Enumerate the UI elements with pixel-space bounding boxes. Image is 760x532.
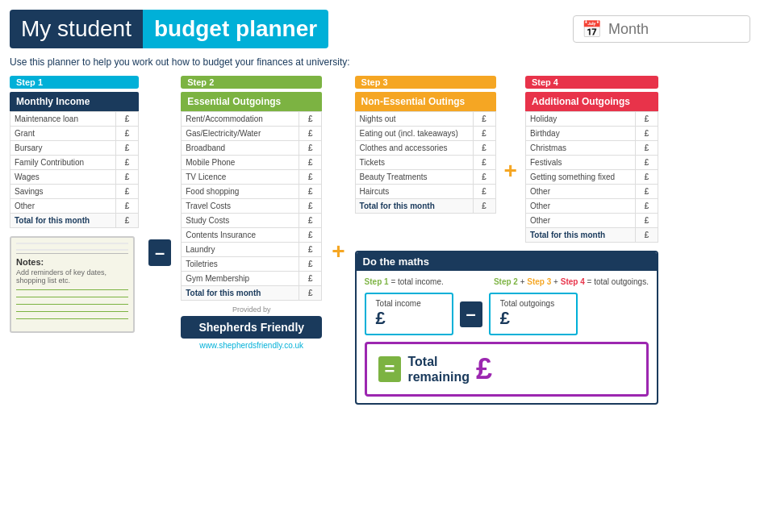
row-value[interactable]: £ xyxy=(299,286,322,301)
notes-line-1 xyxy=(16,289,128,290)
row-value[interactable]: £ xyxy=(635,127,658,141)
notes-line-3 xyxy=(16,304,128,305)
step1-badge: Step 1 xyxy=(10,76,139,89)
row-value[interactable]: £ xyxy=(116,170,139,185)
table-row: Contents Insurance£ xyxy=(182,228,322,243)
row-value[interactable]: £ xyxy=(299,199,322,214)
row-label: Family Contribution xyxy=(10,156,116,170)
table-row: Study Costs£ xyxy=(182,214,322,228)
total-outgoings-amount: £ xyxy=(500,308,566,329)
row-label: Getting something fixed xyxy=(525,170,635,185)
maths-plus-2: + xyxy=(553,277,561,286)
total-income-label: Total income xyxy=(376,299,442,308)
table-row: Travel Costs£ xyxy=(182,199,322,214)
row-label: Bursary xyxy=(10,141,116,156)
table-row: Gym Membership£ xyxy=(182,272,322,286)
row-value[interactable]: £ xyxy=(299,257,322,272)
table-row: Other£ xyxy=(525,199,658,214)
month-input-wrap[interactable]: 📅 xyxy=(573,15,750,43)
table-row: Other£ xyxy=(10,199,139,214)
notes-label: Notes: xyxy=(16,257,128,267)
row-value[interactable]: £ xyxy=(635,228,658,243)
row-label: Study Costs xyxy=(182,214,299,228)
row-label: Gas/Electricity/Water xyxy=(182,127,299,141)
step4-table: Holiday£Birthday£Christmas£Festivals£Get… xyxy=(525,111,658,243)
row-value[interactable]: £ xyxy=(635,141,658,156)
row-value[interactable]: £ xyxy=(635,214,658,228)
maths-desc-1-text: = total income. xyxy=(390,277,443,286)
row-value[interactable]: £ xyxy=(473,127,495,141)
row-label: Wages xyxy=(10,170,116,185)
table-row: Bursary£ xyxy=(10,141,139,156)
row-label: Laundry xyxy=(182,243,299,257)
row-value[interactable]: £ xyxy=(299,272,322,286)
row-value[interactable]: £ xyxy=(299,185,322,199)
row-value[interactable]: £ xyxy=(473,141,495,156)
row-label: Other xyxy=(525,185,635,199)
row-value[interactable]: £ xyxy=(299,170,322,185)
table-row: Other£ xyxy=(525,214,658,228)
row-value[interactable]: £ xyxy=(116,199,139,214)
row-value[interactable]: £ xyxy=(116,127,139,141)
table-row: Savings£ xyxy=(10,185,139,199)
row-value[interactable]: £ xyxy=(299,112,322,127)
table-row: Broadband£ xyxy=(182,141,322,156)
table-row: Grant£ xyxy=(10,127,139,141)
row-value[interactable]: £ xyxy=(116,214,139,228)
row-value[interactable]: £ xyxy=(473,199,495,214)
row-value[interactable]: £ xyxy=(299,228,322,243)
step3-ref: Step 3 xyxy=(527,277,551,286)
maths-plus-1: + xyxy=(520,277,528,286)
row-value[interactable]: £ xyxy=(635,199,658,214)
row-value[interactable]: £ xyxy=(299,141,322,156)
step3-col: Step 3 Non-Essential Outings Nights out£… xyxy=(355,76,496,214)
maths-section: Do the maths Step 1 = total income. Step… xyxy=(355,251,658,405)
total-income-box: Total income £ xyxy=(365,293,453,335)
row-value[interactable]: £ xyxy=(116,141,139,156)
row-value[interactable]: £ xyxy=(116,185,139,199)
row-value[interactable]: £ xyxy=(299,156,322,170)
subtitle: Use this planner to help you work out ho… xyxy=(10,56,750,68)
step2-ref: Step 2 xyxy=(494,277,518,286)
maths-minus-op: – xyxy=(460,301,482,327)
table-row: Laundry£ xyxy=(182,243,322,257)
row-value[interactable]: £ xyxy=(116,112,139,127)
notes-section: Notes: Add reminders of key dates, shopp… xyxy=(10,236,135,333)
total-remaining-label: Total remaining xyxy=(407,354,469,384)
maths-desc-2: Step 2 + Step 3 + Step 4 = total outgoin… xyxy=(494,277,649,286)
row-label: Food shopping xyxy=(182,185,299,199)
row-value[interactable]: £ xyxy=(299,214,322,228)
row-value[interactable]: £ xyxy=(473,112,495,127)
row-label: TV Licence xyxy=(182,170,299,185)
shepherds-url: www.shepherdsfriendly.co.uk xyxy=(181,341,322,350)
row-value[interactable]: £ xyxy=(635,112,658,127)
row-value[interactable]: £ xyxy=(635,170,658,185)
table-row: Mobile Phone£ xyxy=(182,156,322,170)
total-income-amount: £ xyxy=(376,308,442,329)
row-label: Toiletries xyxy=(182,257,299,272)
table-row: Food shopping£ xyxy=(182,185,322,199)
row-value[interactable]: £ xyxy=(473,185,495,199)
step4-badge: Step 4 xyxy=(525,76,658,89)
maths-desc-1: Step 1 = total income. xyxy=(365,277,444,286)
month-input[interactable] xyxy=(608,21,737,38)
step1-table: Maintenance loan£Grant£Bursary£Family Co… xyxy=(10,111,139,228)
table-row: Eating out (incl. takeaways)£ xyxy=(355,127,495,141)
row-value[interactable]: £ xyxy=(635,185,658,199)
table-row: Getting something fixed£ xyxy=(525,170,658,185)
row-label: Haircuts xyxy=(355,185,473,199)
row-label: Travel Costs xyxy=(182,199,299,214)
row-label: Other xyxy=(525,214,635,228)
row-value[interactable]: £ xyxy=(473,156,495,170)
row-label: Total for this month xyxy=(355,199,473,214)
table-row: Nights out£ xyxy=(355,112,495,127)
step3-badge: Step 3 xyxy=(355,76,496,89)
table-row: TV Licence£ xyxy=(182,170,322,185)
row-value[interactable]: £ xyxy=(635,156,658,170)
row-value[interactable]: £ xyxy=(299,243,322,257)
row-label: Broadband xyxy=(182,141,299,156)
step4-header: Additional Outgoings xyxy=(525,92,658,111)
row-value[interactable]: £ xyxy=(473,170,495,185)
row-value[interactable]: £ xyxy=(299,127,322,141)
row-value[interactable]: £ xyxy=(116,156,139,170)
